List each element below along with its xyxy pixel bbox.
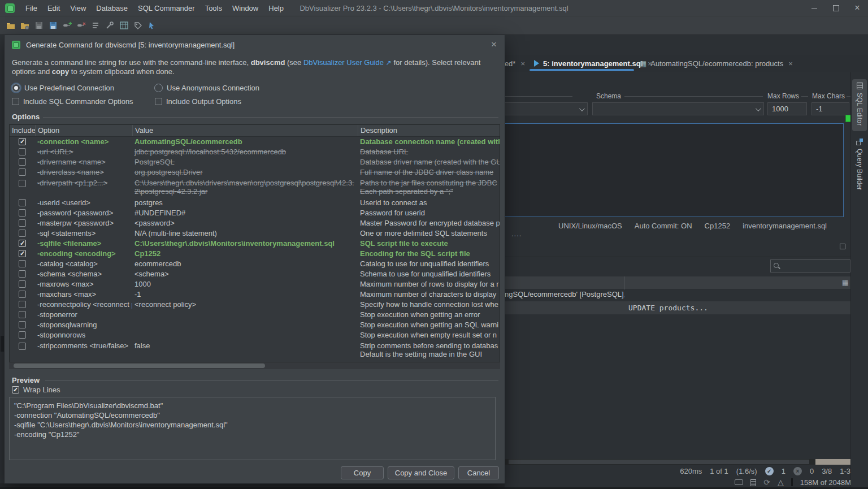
row-checkbox[interactable] [19,180,26,187]
connect-create-icon[interactable] [62,20,72,31]
row-checkbox[interactable] [19,321,26,328]
tab-close-icon[interactable]: × [788,59,793,68]
detach-panel-icon[interactable] [840,244,845,249]
log-horizontal-scrollbar[interactable] [505,459,850,465]
row-checkbox[interactable] [19,168,26,176]
scrollbar-thumb[interactable] [14,363,265,368]
col-description[interactable]: Description [358,125,500,136]
option-row[interactable]: -stoponnorowsStop execution when empty r… [10,330,500,340]
tab-products[interactable]: ▦ AutomatingSQL/ecommercedb: products × [640,55,793,72]
option-row[interactable]: -catalog <catalog>ecommercedbCatalog to … [10,259,500,269]
save-all-icon[interactable] [48,20,58,31]
option-row[interactable]: -maxchars <max>-1Maximum number of chara… [10,289,500,300]
option-row[interactable]: -driverpath <p1;p2...>C:\Users\thegr\.db… [10,178,500,198]
option-row[interactable]: -maxrows <max>1000Maximum number of rows… [10,279,500,289]
option-row[interactable]: -masterpw <password><password>Master Pas… [10,218,500,228]
menu-edit[interactable]: Edit [42,2,65,15]
sql-editor-area[interactable] [505,123,844,217]
menu-view[interactable]: View [65,2,91,15]
maximize-button[interactable] [825,0,847,16]
max-rows-input[interactable]: 1000 [767,102,807,115]
row-checkbox[interactable] [19,331,26,339]
disconnect-icon[interactable] [76,20,86,31]
log-search-input[interactable] [770,259,850,272]
row-checkbox[interactable] [19,199,26,206]
pointer-add-icon[interactable] [147,20,157,31]
command-preview[interactable]: "C:\Program Files\DbVisualizer\dbviscmd.… [9,397,496,460]
option-row[interactable]: -reconnectpolicy <reconnect policy><reco… [10,300,500,310]
keyboard-icon[interactable] [735,479,743,485]
side-tab-sql-editor[interactable]: SQL Editor [852,79,867,131]
side-tab-query-builder[interactable]: Query Builder [852,136,867,198]
row-checkbox[interactable] [19,270,26,278]
refresh-icon[interactable]: ⟳ [763,478,770,487]
option-row[interactable] [10,361,500,362]
menu-database[interactable]: Database [91,2,133,15]
tab-untitled-partial[interactable]: led* × [503,55,525,72]
reference-tag-icon[interactable] [133,20,143,31]
row-checkbox[interactable] [19,230,26,237]
option-row[interactable]: -sql <statements>N/A (multi-line stateme… [10,228,500,239]
cancel-button[interactable]: Cancel [458,466,499,479]
row-checkbox[interactable] [19,280,26,288]
option-row[interactable]: -stoponerrorStop execution when getting … [10,310,500,320]
option-row[interactable]: -url <URL>jdbc:postgresql://localhost:54… [10,147,500,157]
open-folder-icon[interactable] [6,20,16,31]
row-checkbox[interactable]: ✓ [19,138,26,145]
row-checkbox[interactable] [19,311,26,318]
menu-sql-commander[interactable]: SQL Commander [133,2,200,15]
option-row[interactable]: ✓-connection <name>AutomatingSQL/ecommer… [10,137,500,147]
schema-dropdown[interactable] [592,102,764,115]
option-row[interactable]: -stoponsqlwarningStop execution when get… [10,320,500,330]
row-checkbox[interactable]: ✓ [19,250,26,257]
row-checkbox[interactable]: ✓ [19,240,26,247]
option-row[interactable]: -password <password>#UNDEFINED#Password … [10,208,500,218]
log-row-connection[interactable]: ngSQL/ecommercedb' [PostgreSQL], Databas… [505,290,624,301]
scrollbar-thumb[interactable] [509,460,809,464]
open-folder-settings-icon[interactable] [20,20,30,31]
checkbox-sql-commander-options[interactable] [12,98,19,105]
max-chars-input[interactable]: -1 [811,102,849,115]
option-row[interactable]: -userid <userid>postgresUserid to connec… [10,198,500,208]
row-checkbox[interactable] [19,291,26,298]
row-checkbox[interactable] [19,148,26,155]
log-row-statement[interactable]: UPDATE products... [505,301,850,314]
menu-help[interactable]: Help [263,2,289,15]
dialog-close-icon[interactable]: × [491,39,497,50]
checkbox-output-options[interactable] [155,98,162,105]
menu-file[interactable]: File [20,2,42,15]
menu-window[interactable]: Window [227,2,263,15]
radio-predefined-connection[interactable] [12,84,20,92]
option-row[interactable]: -drivername <name>PostgreSQLDatabase dri… [10,157,500,167]
option-row[interactable]: -driverclass <name>org.postgresql.Driver… [10,167,500,178]
copy-and-close-button[interactable]: Copy and Close [388,466,454,479]
row-checkbox[interactable] [19,219,26,227]
option-row[interactable]: -schema <schema><schema>Schema to use fo… [10,269,500,279]
user-guide-link[interactable]: DbVisualizer User Guide [303,58,384,67]
left-rail-handle[interactable] [1,336,4,352]
commit-list-icon[interactable] [90,20,101,31]
row-checkbox[interactable] [19,209,26,217]
option-row[interactable]: ✓-sqlfile <filename>C:\Users\thegr\.dbvi… [10,239,500,249]
grid-window-icon[interactable] [119,20,129,31]
row-checkbox[interactable] [19,260,26,267]
connection-dropdown[interactable] [505,102,588,115]
col-value[interactable]: Value [132,125,358,136]
minimize-button[interactable] [804,0,825,16]
tab-close-icon[interactable]: × [520,59,525,68]
menu-tools[interactable]: Tools [200,2,227,15]
options-horizontal-scrollbar[interactable] [9,362,500,369]
col-include[interactable]: Include [10,125,35,136]
log-icon[interactable] [750,479,756,486]
copy-button[interactable]: Copy [341,466,384,479]
row-checkbox[interactable] [19,158,26,166]
save-icon[interactable] [34,20,44,31]
tools-wrench-icon[interactable] [105,20,115,31]
scrollbar-segment[interactable] [815,459,850,465]
row-checkbox[interactable] [19,343,26,350]
row-checkbox[interactable] [19,301,26,308]
option-row[interactable]: -stripcomments <true/false>falseStrip co… [10,340,500,361]
checkbox-wrap-lines[interactable]: ✓ [12,386,19,393]
grid-settings-icon[interactable]: ▦ [842,278,849,287]
option-row[interactable]: ✓-encoding <encoding>Cp1252Encoding for … [10,249,500,259]
